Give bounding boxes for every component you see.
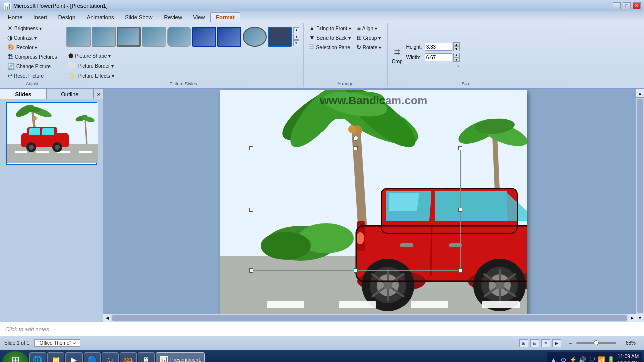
- svg-rect-3: [36, 151, 49, 153]
- taskbar-chrome[interactable]: 🔵: [84, 352, 101, 362]
- h-scroll-thumb[interactable]: [112, 315, 627, 321]
- picture-effects-btn[interactable]: ✨ Picture Effects ▾: [66, 71, 116, 80]
- maximize-btn[interactable]: □: [623, 2, 631, 9]
- normal-view-btn[interactable]: ⊞: [519, 339, 528, 347]
- taskbar-antivirus[interactable]: 🛡: [588, 356, 596, 362]
- width-input[interactable]: [425, 53, 452, 61]
- taskbar-grid[interactable]: 🗂: [102, 352, 119, 362]
- style-thumb-9[interactable]: [268, 27, 292, 47]
- svg-point-16: [29, 145, 34, 150]
- bring-front-icon: ▲: [309, 25, 315, 32]
- style-thumb-4[interactable]: [142, 27, 166, 47]
- notes-placeholder: Click to add notes: [5, 326, 49, 332]
- picture-border-btn[interactable]: ⬜ Picture Border ▾: [66, 61, 116, 70]
- style-thumb-7[interactable]: [217, 27, 242, 47]
- svg-point-69: [384, 281, 392, 289]
- taskbar-show-desktop[interactable]: ▲: [550, 356, 558, 362]
- sidebar-content: 1: [0, 99, 103, 322]
- tab-slideshow[interactable]: Slide Show: [120, 12, 158, 22]
- taskbar-right: ▲ ⊙ ⚡ 🔊 🛡 📶 🔋 11:09 AM 3/26/2016: [547, 352, 642, 362]
- compress-pictures-btn[interactable]: 🗜 Compress Pictures: [5, 52, 59, 61]
- minimize-btn[interactable]: —: [613, 2, 621, 9]
- horizontal-scrollbar[interactable]: ◀ ▶: [103, 314, 636, 322]
- scroll-up-btn[interactable]: ▲: [636, 89, 644, 98]
- width-down-btn[interactable]: ▼: [453, 57, 460, 62]
- taskbar-wifi[interactable]: 📶: [598, 356, 606, 362]
- tab-outline[interactable]: Outline: [47, 89, 94, 99]
- slide-thumbnail-1[interactable]: [6, 102, 97, 165]
- taskbar-network[interactable]: ⊙: [559, 356, 568, 362]
- slide-sorter-btn[interactable]: ⊟: [530, 339, 539, 347]
- style-thumb-3[interactable]: [117, 27, 141, 47]
- contrast-btn[interactable]: ◑ Contrast ▾: [5, 33, 39, 42]
- styles-scroll-down[interactable]: ▼: [293, 34, 299, 40]
- zoom-out-btn[interactable]: −: [569, 340, 572, 347]
- style-thumb-5[interactable]: [167, 27, 191, 47]
- vertical-scrollbar[interactable]: ▲ ▼: [636, 89, 644, 322]
- selection-pane-btn[interactable]: ☰ Selection Pane: [307, 43, 352, 52]
- zoom-thumb[interactable]: [594, 340, 599, 345]
- scroll-down-btn[interactable]: ▼: [636, 314, 644, 322]
- height-up-btn[interactable]: ▲: [453, 42, 460, 47]
- picture-styles-label: Picture Styles: [169, 80, 197, 86]
- style-thumb-2[interactable]: [92, 27, 116, 47]
- taskbar-321[interactable]: 321: [120, 352, 137, 362]
- reading-view-btn[interactable]: ≡: [541, 339, 550, 347]
- taskbar-media[interactable]: ▶: [65, 352, 83, 362]
- recolor-btn[interactable]: 🎨 Recolor ▾: [5, 43, 39, 52]
- notes-bar[interactable]: Click to add notes: [0, 322, 644, 336]
- tab-view[interactable]: View: [188, 12, 211, 22]
- start-button[interactable]: ⊞: [2, 351, 28, 362]
- style-thumb-8[interactable]: [243, 27, 267, 47]
- zoom-in-btn[interactable]: +: [620, 340, 624, 347]
- group-icon: ⊞: [357, 34, 362, 41]
- styles-scroll-up[interactable]: ▲: [293, 27, 299, 33]
- tab-format[interactable]: Format: [210, 12, 240, 22]
- tab-insert[interactable]: Insert: [28, 12, 53, 22]
- sidebar-close-btn[interactable]: ✕: [94, 89, 103, 99]
- recolor-icon: 🎨: [7, 44, 15, 51]
- scroll-left-btn[interactable]: ◀: [103, 314, 111, 322]
- slideshow-btn[interactable]: ▶: [552, 339, 561, 347]
- taskbar-bluetooth[interactable]: 🔋: [607, 356, 615, 362]
- close-btn[interactable]: ✕: [633, 2, 641, 9]
- group-btn[interactable]: ⊞ Group ▾: [355, 33, 383, 42]
- tab-review[interactable]: Review: [158, 12, 188, 22]
- taskbar-folder[interactable]: 🖥: [138, 352, 155, 362]
- style-thumb-1[interactable]: [66, 27, 91, 47]
- arrange-group-label: Arrange: [337, 80, 353, 86]
- send-to-back-btn[interactable]: ▼ Send to Back ▾: [307, 33, 352, 42]
- style-thumb-6[interactable]: [192, 27, 216, 47]
- change-picture-btn[interactable]: 🔄 Change Picture: [5, 62, 53, 71]
- taskbar-ie[interactable]: 🌐: [29, 352, 46, 362]
- taskbar-power[interactable]: ⚡: [569, 356, 577, 362]
- bring-to-front-btn[interactable]: ▲ Bring to Front ▾: [307, 24, 353, 33]
- taskbar-volume[interactable]: 🔊: [579, 356, 587, 362]
- tab-animations[interactable]: Animations: [81, 12, 119, 22]
- reset-picture-btn[interactable]: ↩ Reset Picture: [5, 71, 46, 80]
- height-input[interactable]: [425, 43, 452, 51]
- align-btn[interactable]: ≡ Align ▾: [355, 24, 379, 33]
- scroll-thumb[interactable]: [637, 99, 643, 313]
- height-down-btn[interactable]: ▼: [453, 47, 460, 51]
- svg-rect-75: [482, 301, 520, 308]
- theme-indicator: "Office Theme" ✓: [34, 339, 80, 347]
- width-up-btn[interactable]: ▲: [453, 53, 460, 57]
- rotate-btn[interactable]: ↻ Rotate ▾: [354, 43, 383, 52]
- scroll-right-btn[interactable]: ▶: [628, 314, 636, 322]
- svg-rect-2: [15, 151, 27, 153]
- taskbar-explorer[interactable]: 📁: [47, 352, 64, 362]
- crop-btn[interactable]: ⌗ Crop: [391, 45, 404, 65]
- taskbar-powerpoint[interactable]: 📊 Presentation1: [156, 352, 205, 362]
- picture-effects-icon: ✨: [68, 72, 76, 79]
- styles-scroll-more[interactable]: ▾: [293, 40, 299, 46]
- tab-design[interactable]: Design: [53, 12, 81, 22]
- main-area: Slides Outline ✕ 1: [0, 89, 644, 322]
- tab-home[interactable]: Home: [2, 12, 28, 22]
- tab-slides[interactable]: Slides: [0, 89, 47, 99]
- brightness-btn[interactable]: ☀ Brightness ▾: [5, 24, 44, 33]
- picture-shape-btn[interactable]: ⬟ Picture Shape ▾: [66, 51, 116, 60]
- svg-rect-72: [267, 301, 304, 308]
- zoom-slider[interactable]: [576, 342, 616, 344]
- size-expand-btn[interactable]: ↘: [456, 63, 460, 68]
